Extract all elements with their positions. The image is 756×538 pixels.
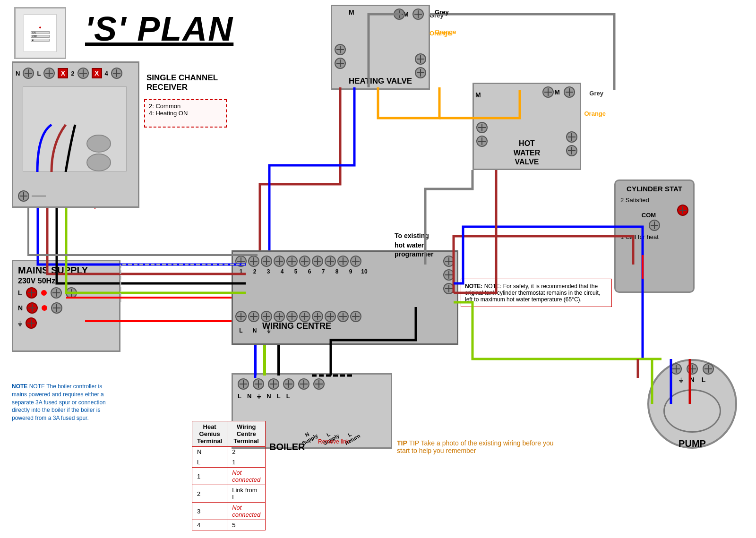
page-title: 'S' PLAN — [85, 9, 233, 48]
svg-point-1 — [87, 154, 111, 171]
safety-note-box: NOTE: NOTE: For safety, it is recommende… — [461, 279, 612, 307]
hot-water-valve-box: M Grey Orange HOTWATERVALVE — [472, 83, 581, 170]
grey-label-heating: Grey — [435, 9, 449, 16]
wiring-centre-label: WIRING CENTRE — [262, 321, 331, 331]
programmer-label: To existinghot waterprogrammer — [395, 231, 433, 259]
heating-valve-box: M Grey Orange HEATING VALVE — [331, 5, 430, 90]
motor-label-heating: M — [349, 9, 354, 16]
orange-label-heating: Orange — [435, 28, 456, 35]
mains-supply-box: MAINS SUPPLY 230V 50Hz L N ⏚ — [12, 260, 120, 352]
boiler-label: BOILER — [269, 442, 305, 453]
boiler-note: NOTE NOTE The boiler controller is mains… — [12, 383, 111, 422]
pump-circle: ⏚NL PUMP — [647, 359, 737, 449]
receiver-title: SINGLE CHANNEL RECEIVER — [146, 73, 218, 92]
thermostat-image: ● ON OFF ▶| — [14, 7, 66, 59]
cylinder-stat-box: CYLINDER STAT 2 Satisfied COM 1 Call for… — [614, 179, 695, 293]
motor-label-hotwater: M — [475, 91, 481, 99]
tip-text: TIP TIP Take a photo of the existing wir… — [397, 439, 562, 454]
receiver-info-box: 2: Common 4: Heating ON — [144, 99, 227, 128]
wiring-table: Heat Genius Terminal Wiring Centre Termi… — [192, 421, 266, 530]
main-container: 'S' PLAN ● ON OFF ▶| N L X 2 X 4 — [0, 0, 756, 538]
svg-point-0 — [87, 135, 111, 152]
wiring-table-container: Heat Genius Terminal Wiring Centre Termi… — [94, 208, 95, 209]
receiver-box: N L X 2 X 4 — [12, 61, 139, 208]
